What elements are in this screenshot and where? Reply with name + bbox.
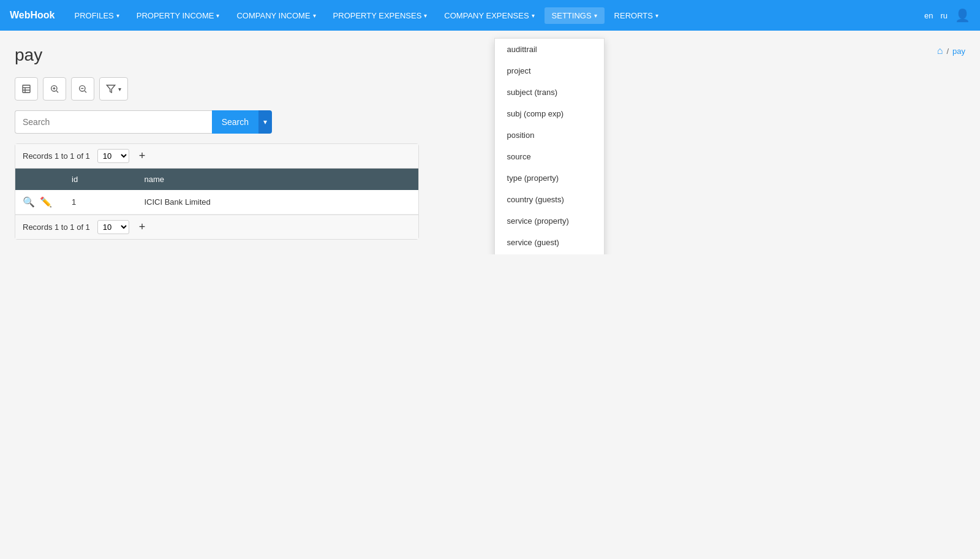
user-icon[interactable]: 👤 [955, 8, 970, 23]
settings-dropdown-item-position[interactable]: position [495, 124, 604, 146]
settings-dropdown: audittrailprojectsubject (trans)subj (co… [494, 38, 605, 255]
svg-line-9 [85, 91, 86, 93]
th-actions [15, 169, 64, 190]
filter-dropdown-icon: ▾ [118, 86, 121, 93]
settings-dropdown-item-subject-trans[interactable]: subject (trans) [495, 82, 604, 103]
table-container: Records 1 to 1 of 1 10 25 50 100 + id na… [15, 143, 419, 240]
add-record-button-top[interactable]: + [137, 150, 148, 162]
breadcrumb-current: pay [952, 47, 965, 56]
page-title: pay [15, 45, 965, 65]
chevron-down-icon: ▾ [655, 12, 658, 19]
main-content: ⌂ / pay pay [0, 31, 980, 254]
row-actions: 🔍 ✏️ [15, 190, 64, 215]
chevron-down-icon: ▾ [424, 12, 427, 19]
search-button[interactable]: Search [212, 110, 258, 134]
settings-dropdown-item-area[interactable]: area [495, 253, 604, 255]
table-top-toolbar: Records 1 to 1 of 1 10 25 50 100 + [15, 144, 418, 169]
chevron-down-icon: ▾ [532, 12, 535, 19]
settings-dropdown-item-project[interactable]: project [495, 60, 604, 82]
chevron-down-icon: ▾ [216, 12, 219, 19]
add-record-button-bottom[interactable]: + [137, 221, 148, 234]
per-page-select-top[interactable]: 10 25 50 100 [97, 149, 129, 163]
svg-rect-0 [23, 85, 30, 93]
table-header-row: id name [15, 169, 418, 190]
nav-property-income[interactable]: PROPERTY INCOME ▾ [129, 7, 227, 24]
nav-rerorts[interactable]: RERORTS ▾ [607, 7, 666, 24]
nav-company-income[interactable]: COMPANY INCOME ▾ [229, 7, 323, 24]
table-row: 🔍 ✏️ 1 ICICI Bank Limited [15, 190, 418, 215]
nav-profiles[interactable]: PROFILES ▾ [67, 7, 126, 24]
per-page-select-bottom[interactable]: 10 25 50 100 [97, 220, 129, 234]
records-info-bottom: Records 1 to 1 of 1 [23, 222, 90, 232]
nav-property-expenses[interactable]: PROPERTY EXPENSES ▾ [326, 7, 435, 24]
th-id: id [64, 169, 137, 190]
cell-id: 1 [64, 190, 137, 215]
breadcrumb: ⌂ / pay [937, 45, 965, 56]
search-bar: Search ▾ [15, 110, 272, 134]
zoom-in-button[interactable] [43, 77, 66, 101]
chevron-down-icon: ▾ [594, 12, 597, 19]
nav-settings[interactable]: SETTINGS ▾ audittrailprojectsubject (tra… [545, 7, 605, 24]
filter-button[interactable]: ▾ [99, 77, 128, 101]
settings-dropdown-item-country-guests[interactable]: country (guests) [495, 189, 604, 210]
table-body: 🔍 ✏️ 1 ICICI Bank Limited [15, 190, 418, 215]
chevron-down-icon: ▾ [313, 12, 316, 19]
export-button[interactable] [15, 77, 38, 101]
row-search-icon[interactable]: 🔍 [23, 196, 35, 208]
nav-right: en ru 👤 [924, 8, 970, 23]
search-input[interactable] [15, 110, 212, 134]
data-table: id name 🔍 ✏️ 1 ICICI Bank Limited [15, 169, 418, 215]
search-dropdown-button[interactable]: ▾ [258, 110, 272, 134]
cell-name: ICICI Bank Limited [137, 190, 418, 215]
settings-dropdown-item-source[interactable]: source [495, 146, 604, 167]
settings-dropdown-item-type-property[interactable]: type (property) [495, 167, 604, 189]
home-icon[interactable]: ⌂ [937, 45, 943, 56]
settings-dropdown-item-audittrail[interactable]: audittrail [495, 39, 604, 60]
brand-logo[interactable]: WebHook [10, 10, 55, 21]
chevron-down-icon: ▾ [116, 12, 119, 19]
svg-marker-11 [107, 85, 115, 93]
nav-items: PROFILES ▾ PROPERTY INCOME ▾ COMPANY INC… [67, 7, 924, 24]
zoom-out-button[interactable] [71, 77, 94, 101]
lang-ru[interactable]: ru [940, 11, 948, 20]
navbar: WebHook PROFILES ▾ PROPERTY INCOME ▾ COM… [0, 0, 980, 31]
th-name: name [137, 169, 418, 190]
toolbar: ▾ [15, 77, 965, 101]
records-info-top: Records 1 to 1 of 1 [23, 151, 90, 161]
row-edit-icon[interactable]: ✏️ [40, 196, 52, 208]
settings-dropdown-item-service-property[interactable]: service (property) [495, 210, 604, 232]
table-bottom-toolbar: Records 1 to 1 of 1 10 25 50 100 + [15, 215, 418, 239]
svg-line-5 [56, 91, 58, 93]
nav-company-expenses[interactable]: COMPANY EXPENSES ▾ [437, 7, 541, 24]
settings-dropdown-item-service-guest[interactable]: service (guest) [495, 232, 604, 253]
settings-dropdown-item-subj-comp-exp[interactable]: subj (comp exp) [495, 103, 604, 124]
lang-en[interactable]: en [924, 11, 933, 20]
